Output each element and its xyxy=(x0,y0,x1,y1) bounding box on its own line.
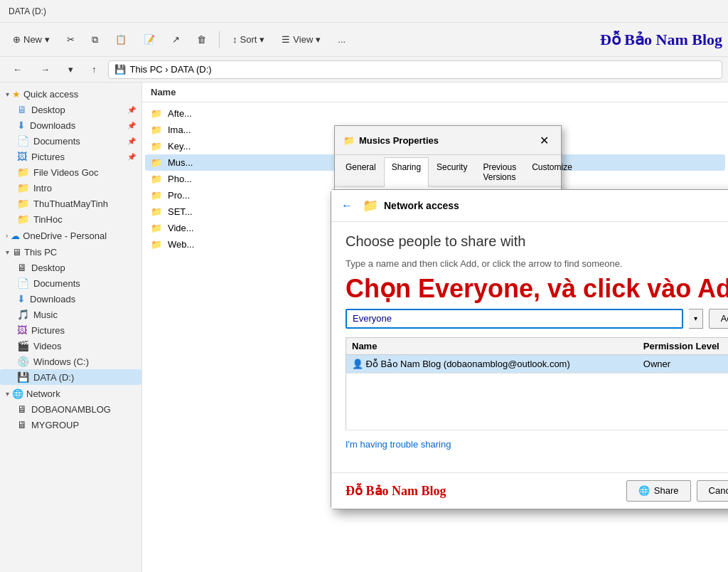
table-row[interactable]: 👤 Đỗ Bảo Nam Blog (dobaonamblog@outlook.… xyxy=(346,354,729,373)
paste-button[interactable]: 📋 xyxy=(108,30,134,49)
folder-icon: 🎬 xyxy=(17,340,29,351)
drive-icon: 💿 xyxy=(17,356,29,367)
quick-access-header[interactable]: ▾ ★ Quick access xyxy=(0,87,141,102)
delete-icon: 🗑 xyxy=(197,34,206,45)
folder-icon: 📁 xyxy=(151,125,162,135)
sidebar-item-videos-pc[interactable]: 🎬 Videos xyxy=(0,338,141,354)
sidebar-item-tinhoc[interactable]: 📁 TinHoc xyxy=(0,211,141,227)
rename-button[interactable]: 📝 xyxy=(136,30,162,49)
view-button[interactable]: ☰ View ▾ xyxy=(274,30,328,49)
pin-icon: 📌 xyxy=(127,122,136,129)
this-pc-section: ▾ 🖥 This PC 🖥 Desktop 📄 Documents ⬇ Down… xyxy=(0,245,141,385)
this-pc-label: This PC xyxy=(24,247,57,258)
sidebar-item-downloads-quick[interactable]: ⬇ Downloads 📌 xyxy=(0,117,141,133)
share-user-cell: 👤 Đỗ Bảo Nam Blog (dobaonamblog@outlook.… xyxy=(346,354,638,373)
sidebar-item-downloads-pc[interactable]: ⬇ Downloads xyxy=(0,291,141,307)
sidebar-item-music-pc[interactable]: 🎵 Music xyxy=(0,307,141,322)
trouble-link[interactable]: I'm having trouble sharing xyxy=(346,439,728,450)
sidebar-item-filevideos[interactable]: 📁 File Videos Goc xyxy=(0,164,141,180)
properties-dialog-titlebar: 📁 Musics Properties ✕ xyxy=(335,126,561,155)
network-access-dialog: ← 📁 Network access ✕ Choose people to sh… xyxy=(331,189,728,509)
sidebar-item-documents-pc[interactable]: 📄 Documents xyxy=(0,275,141,291)
folder-icon: 📁 xyxy=(151,239,162,250)
network-instruction: Type a name and then click Add, or click… xyxy=(346,258,728,269)
sidebar-label: Documents xyxy=(33,278,80,289)
share-dropdown-arrow[interactable]: ▾ xyxy=(689,309,703,329)
sidebar-label: Windows (C:) xyxy=(33,356,89,367)
network-icon: 🌐 xyxy=(12,388,23,399)
share-button[interactable]: 🌐 Share xyxy=(626,480,691,502)
recent-nav-button[interactable]: ▾ xyxy=(61,60,80,79)
tab-previous-versions[interactable]: Previous Versions xyxy=(475,157,524,186)
folder-icon: ⬇ xyxy=(17,293,26,304)
new-icon: ⊕ xyxy=(13,34,21,45)
network-header[interactable]: ▾ 🌐 Network xyxy=(0,386,141,401)
sidebar-item-pictures-pc[interactable]: 🖼 Pictures xyxy=(0,322,141,338)
delete-button[interactable]: 🗑 xyxy=(190,30,213,49)
file-name: Pro... xyxy=(168,190,190,201)
title-bar: DATA (D:) xyxy=(0,0,728,23)
quick-access-label: Quick access xyxy=(23,89,78,100)
folder-icon: 📁 xyxy=(151,157,162,168)
tab-general[interactable]: General xyxy=(338,157,384,186)
folder-icon: 📁 xyxy=(17,166,29,178)
annotation-text: Chọn Everyone, và click vào Add xyxy=(346,275,728,303)
share-table-body: 👤 Đỗ Bảo Nam Blog (dobaonamblog@outlook.… xyxy=(346,354,729,430)
sidebar-item-mygroup[interactable]: 🖥 MYGROUP xyxy=(0,417,141,433)
file-name: Mus... xyxy=(168,157,193,168)
sort-button[interactable]: ↕ Sort ▾ xyxy=(225,30,272,49)
file-item-afte[interactable]: 📁 Afte... xyxy=(145,105,725,122)
up-nav-button[interactable]: ↑ xyxy=(85,60,104,79)
folder-icon: 🎵 xyxy=(17,309,29,320)
copy-button[interactable]: ⧉ xyxy=(85,30,105,50)
sidebar-item-data-d[interactable]: 💾 DATA (D:) xyxy=(0,369,141,385)
add-button[interactable]: Add xyxy=(709,309,728,329)
onedrive-chevron-icon: › xyxy=(6,232,8,240)
this-pc-monitor-icon: 🖥 xyxy=(12,247,21,258)
sort-chevron-icon: ▾ xyxy=(259,34,264,45)
sidebar-label: Intro xyxy=(33,183,52,194)
onedrive-section: › ☁ OneDrive - Personal xyxy=(0,228,141,243)
address-bar: ← → ▾ ↑ 💾 This PC › DATA (D:) xyxy=(0,57,728,83)
properties-close-button[interactable]: ✕ xyxy=(535,132,552,149)
copy-icon: ⧉ xyxy=(92,34,98,46)
onedrive-header[interactable]: › ☁ OneDrive - Personal xyxy=(0,228,141,243)
sidebar-item-windows-c[interactable]: 💿 Windows (C:) xyxy=(0,354,141,369)
folder-icon: 📄 xyxy=(17,135,29,147)
sidebar-label: Downloads xyxy=(30,294,75,304)
sidebar-item-dobaonamblog[interactable]: 🖥 DOBAONAMBLOG xyxy=(0,401,141,417)
folder-icon: 📁 xyxy=(151,108,162,119)
folder-icon: ⬇ xyxy=(17,120,26,131)
file-name: Afte... xyxy=(168,108,192,119)
paste-icon: 📋 xyxy=(115,34,127,45)
permission-column-header: Permission Level xyxy=(638,337,728,354)
sidebar-item-pictures-quick[interactable]: 🖼 Pictures 📌 xyxy=(0,149,141,164)
network-dialog-title: Network access xyxy=(384,200,459,211)
back-nav-button[interactable]: ← xyxy=(6,60,29,79)
tab-security[interactable]: Security xyxy=(429,157,475,186)
this-pc-header[interactable]: ▾ 🖥 This PC xyxy=(0,245,141,260)
address-path[interactable]: 💾 This PC › DATA (D:) xyxy=(108,60,723,79)
more-button[interactable]: ... xyxy=(331,30,353,49)
tab-sharing[interactable]: Sharing xyxy=(384,157,429,187)
new-button[interactable]: ⊕ New ▾ xyxy=(6,30,57,49)
forward-nav-button[interactable]: → xyxy=(33,60,57,79)
network-dialog-back-button[interactable]: ← xyxy=(341,199,353,212)
sidebar-item-thuthuatmaytinh[interactable]: 📁 ThuThuatMayTinh xyxy=(0,196,141,211)
network-share-icon: 📁 xyxy=(363,198,378,213)
footer-brand: Đỗ Bảo Nam Blog xyxy=(346,483,446,499)
cut-button[interactable]: ✂ xyxy=(60,30,82,49)
sidebar-item-desktop-pc[interactable]: 🖥 Desktop xyxy=(0,260,141,275)
onedrive-cloud-icon: ☁ xyxy=(11,231,20,241)
cancel-button[interactable]: Cancel xyxy=(697,480,728,502)
share-toolbar-button[interactable]: ↗ xyxy=(165,30,187,49)
sidebar-item-desktop-quick[interactable]: 🖥 Desktop 📌 xyxy=(0,102,141,117)
footer-buttons: 🌐 Share Cancel xyxy=(626,480,728,502)
sidebar-item-intro[interactable]: 📁 Intro xyxy=(0,180,141,196)
tab-customize[interactable]: Customize xyxy=(524,157,580,186)
folder-icon: 📁 xyxy=(151,141,162,152)
this-pc-chevron-icon: ▾ xyxy=(6,248,9,256)
share-name-input[interactable] xyxy=(346,309,683,329)
sidebar-item-documents-quick[interactable]: 📄 Documents 📌 xyxy=(0,133,141,149)
folder-icon: 📁 xyxy=(151,190,162,201)
